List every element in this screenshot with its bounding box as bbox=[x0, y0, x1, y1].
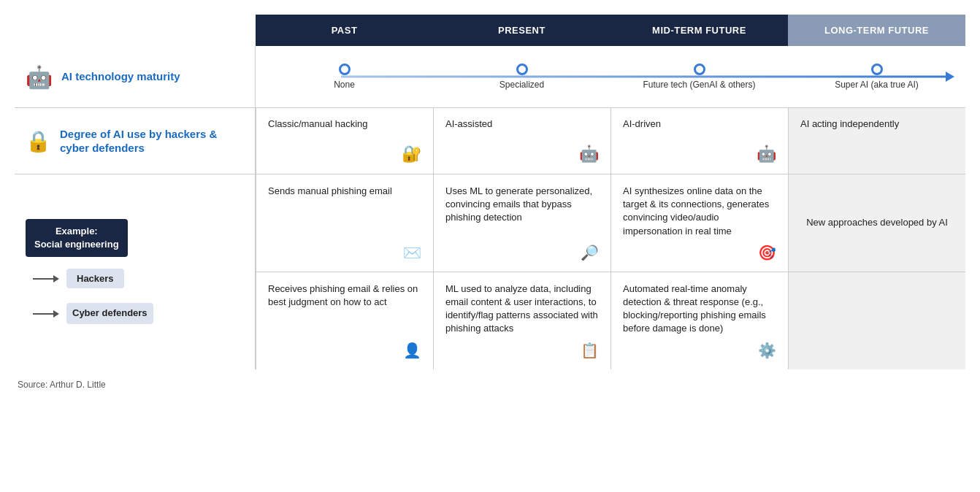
timeline-points: None Specialized Future tech (GenAI & ot… bbox=[256, 64, 965, 90]
degree-present-text: AI-assisted bbox=[445, 118, 599, 129]
defenders-long-cell bbox=[788, 272, 965, 369]
example-box: Example: Social engineering bbox=[26, 219, 128, 257]
degree-ai-sidebar: 🔒 Degree of AI use by hackers & cyber de… bbox=[15, 108, 256, 174]
hackers-present-text: Uses ML to generate personalized, convin… bbox=[445, 185, 599, 225]
degree-ai-cells: Classic/manual hacking 🔐 AI-assisted 🤖 A… bbox=[256, 108, 965, 174]
example-sidebar: Example: Social engineering Hackers bbox=[15, 174, 256, 369]
degree-long-cell: AI acting independently bbox=[788, 108, 965, 174]
ai-maturity-label: AI technology maturity bbox=[61, 69, 180, 84]
hackers-long-cell: New approaches developed by AI bbox=[788, 174, 965, 272]
defenders-past-icon: 👤 bbox=[403, 342, 421, 359]
degree-ai-icon: 🔒 bbox=[26, 129, 51, 153]
timeline-label-future: Future tech (GenAI & others) bbox=[643, 80, 755, 90]
col-header-mid: MID-TERM FUTURE bbox=[610, 15, 788, 46]
timeline-circle-none bbox=[339, 64, 351, 75]
defenders-past-cell: Receives phishing email & relies on best… bbox=[256, 272, 433, 369]
hackers-mid-text: AI synthesizes online data on the target… bbox=[623, 185, 776, 238]
degree-present-cell: AI-assisted 🤖 bbox=[433, 108, 610, 174]
defenders-row: Receives phishing email & relies on best… bbox=[256, 272, 965, 369]
timeline-label-none: None bbox=[334, 80, 355, 90]
degree-past-icon: 🔐 bbox=[402, 145, 421, 164]
source-line: Source: Arthur D. Little bbox=[15, 380, 965, 390]
defenders-mid-text: Automated real-time anomaly detection & … bbox=[623, 282, 776, 336]
degree-mid-text: AI-driven bbox=[623, 118, 776, 129]
ai-maturity-sidebar: 🤖 AI technology maturity bbox=[15, 46, 256, 107]
hackers-present-cell: Uses ML to generate personalized, convin… bbox=[433, 174, 610, 272]
defenders-tag: Cyber defenders bbox=[66, 303, 153, 324]
defenders-present-icon: 📋 bbox=[581, 342, 599, 359]
timeline-point-specialized: Specialized bbox=[433, 64, 610, 90]
col-header-past: PAST bbox=[256, 15, 433, 46]
hackers-past-icon: ✉️ bbox=[403, 244, 421, 261]
defenders-present-cell: ML used to analyze data, including email… bbox=[433, 272, 610, 369]
defenders-present-text: ML used to analyze data, including email… bbox=[445, 282, 599, 336]
hackers-mid-cell: AI synthesizes online data on the target… bbox=[610, 174, 788, 272]
timeline-area: None Specialized Future tech (GenAI & ot… bbox=[256, 46, 965, 107]
header-spacer bbox=[15, 15, 256, 46]
hackers-long-text: New approaches developed by AI bbox=[800, 216, 954, 229]
defenders-mid-icon: ⚙️ bbox=[758, 342, 776, 359]
example-cols: Sends manual phishing email ✉️ Uses ML t… bbox=[256, 174, 965, 369]
degree-ai-row: 🔒 Degree of AI use by hackers & cyber de… bbox=[15, 108, 965, 174]
timeline-point-none: None bbox=[256, 64, 433, 90]
degree-mid-icon: 🤖 bbox=[757, 145, 776, 164]
hackers-present-icon: 🔎 bbox=[581, 244, 599, 261]
arrow-group: Hackers Cyber defenders bbox=[33, 269, 153, 324]
col-header-present: PRESENT bbox=[433, 15, 610, 46]
header-columns: PAST PRESENT MID-TERM FUTURE LONG-TERM F… bbox=[256, 15, 965, 46]
defenders-mid-cell: Automated real-time anomaly detection & … bbox=[610, 272, 788, 369]
degree-long-text: AI acting independently bbox=[800, 118, 954, 129]
timeline-label-super: Super AI (aka true AI) bbox=[835, 80, 919, 90]
timeline-circle-super bbox=[871, 64, 883, 75]
col-header-long: LONG-TERM FUTURE bbox=[788, 15, 965, 46]
timeline-row: 🤖 AI technology maturity None Specialize… bbox=[15, 46, 965, 108]
page-container: PAST PRESENT MID-TERM FUTURE LONG-TERM F… bbox=[15, 15, 965, 390]
ai-maturity-icon: 🤖 bbox=[26, 64, 53, 90]
hackers-past-cell: Sends manual phishing email ✉️ bbox=[256, 174, 433, 272]
hackers-mid-icon: 🎯 bbox=[758, 244, 776, 261]
timeline-point-future: Future tech (GenAI & others) bbox=[610, 64, 788, 90]
hackers-arrow-item: Hackers bbox=[33, 269, 153, 288]
hackers-arrow bbox=[33, 275, 59, 282]
timeline-point-super: Super AI (aka true AI) bbox=[788, 64, 965, 90]
timeline-circle-future bbox=[694, 64, 705, 75]
header-row: PAST PRESENT MID-TERM FUTURE LONG-TERM F… bbox=[15, 15, 965, 46]
degree-present-icon: 🤖 bbox=[579, 145, 599, 164]
hackers-past-text: Sends manual phishing email bbox=[268, 185, 421, 198]
timeline-circle-specialized bbox=[516, 64, 528, 75]
degree-past-text: Classic/manual hacking bbox=[268, 118, 421, 129]
timeline-label-specialized: Specialized bbox=[499, 80, 544, 90]
defenders-arrow bbox=[33, 310, 59, 318]
defenders-arrow-item: Cyber defenders bbox=[33, 303, 153, 324]
defenders-past-text: Receives phishing email & relies on best… bbox=[268, 282, 421, 309]
degree-past-cell: Classic/manual hacking 🔐 bbox=[256, 108, 433, 174]
example-section: Example: Social engineering Hackers bbox=[15, 174, 965, 369]
hackers-row: Sends manual phishing email ✉️ Uses ML t… bbox=[256, 174, 965, 272]
degree-mid-cell: AI-driven 🤖 bbox=[610, 108, 788, 174]
degree-ai-label: Degree of AI use by hackers & cyber defe… bbox=[60, 127, 244, 155]
hackers-tag: Hackers bbox=[66, 269, 124, 288]
